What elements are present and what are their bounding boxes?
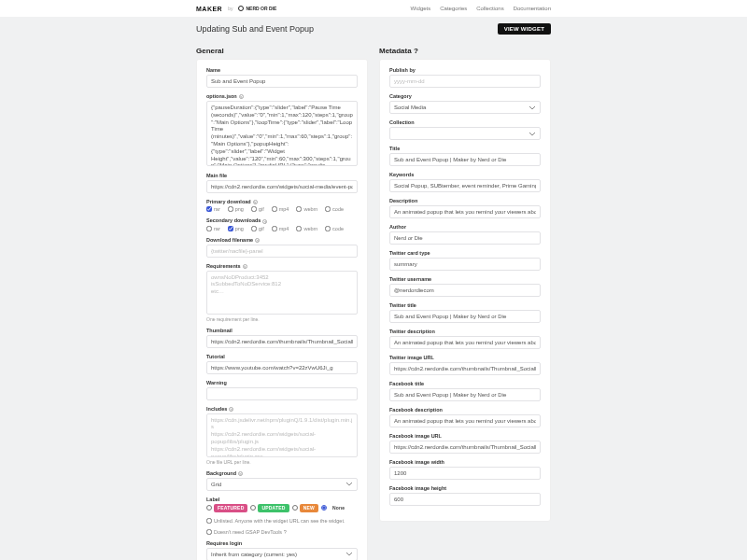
label-featured-radio[interactable] [206,505,212,511]
primary-png[interactable] [228,206,233,212]
secondary-dl-row: rar png gif mp4 webm code [206,226,358,231]
twdesc-label: Twitter description [389,329,541,334]
help-icon[interactable]: ? [284,529,287,535]
keywords-label: Keywords [389,172,541,177]
brand-maker: MAKER [196,6,222,12]
warning-input[interactable] [206,387,358,400]
secondary-gif[interactable] [251,226,257,231]
requirements-textarea[interactable]: ownsNoDProduct:3452 isSubbedToNoDService… [206,271,358,315]
label-updated-radio[interactable] [250,505,256,511]
includes-help: One file URL per line. [206,459,358,465]
fbtitle-label: Facebook title [389,381,541,386]
primary-code[interactable] [325,206,331,212]
nav-collections[interactable]: Collections [476,6,503,11]
primary-gif[interactable] [251,206,257,212]
fbdesc-label: Facebook description [389,407,541,413]
brand[interactable]: MAKER by NERD OR DIE [196,6,276,12]
includes-label: Includes? [206,406,358,412]
options-label: options.json? [206,93,358,99]
category-select[interactable]: Social Media [389,101,541,114]
twimg-input[interactable] [389,362,541,375]
help-icon[interactable]: ? [243,264,247,269]
author-label: Author [389,224,541,230]
brand-by: by [228,6,233,11]
label-chips: FEATURED UPDATED NEW None [206,504,358,512]
nav-documentation[interactable]: Documentation [514,6,551,11]
description-input[interactable] [389,205,541,218]
help-icon[interactable]: ? [262,219,267,224]
twuser-label: Twitter username [389,276,541,282]
help-icon[interactable]: ? [238,471,243,476]
primary-mp4[interactable] [272,206,277,212]
view-widget-button[interactable]: VIEW WIDGET [498,23,551,35]
help-icon[interactable]: ? [255,238,260,243]
name-label: Name [206,67,358,73]
nogsap-label: Doesn't need GSAP DevTools ? [214,529,287,535]
collection-select[interactable] [389,127,541,140]
tutorial-label: Tutorial [206,354,358,359]
filename-input[interactable] [206,245,358,258]
brand-nod: NERD OR DIE [238,6,276,11]
twdesc-input[interactable] [389,336,541,349]
sub-bar: Updating Sub and Event Popup VIEW WIDGET [0,17,747,41]
label-new-radio[interactable] [292,505,298,511]
thumbnail-input[interactable] [206,335,358,348]
help-icon[interactable]: ? [229,407,233,412]
twcard-label: Twitter card type [389,250,541,256]
secondary-code[interactable] [325,226,331,231]
secondary-png[interactable] [228,226,233,231]
primary-rar[interactable] [206,206,212,212]
description-label: Description [389,198,541,203]
title-input[interactable] [389,153,541,166]
fbdesc-input[interactable] [389,414,541,427]
nav-widgets[interactable]: Widgets [411,6,431,11]
reqlogin-label: Requires login [206,540,358,546]
options-textarea[interactable]: {"pauseDuration":{"type":"slider","label… [206,101,358,166]
filename-label: Download filename? [206,237,358,243]
background-select[interactable]: Grid [206,478,358,491]
category-label: Category [389,93,541,99]
mainfile-input[interactable] [206,180,358,193]
keywords-input[interactable] [389,179,541,192]
secondary-webm[interactable] [296,226,302,231]
requirements-help: One requirement per line. [206,316,358,322]
fbimg-label: Facebook image URL [389,433,541,439]
unlisted-label: Unlisted. Anyone with the widget URL can… [214,518,345,524]
nogsap-checkbox[interactable] [206,529,212,535]
primary-dl-row: rar png gif mp4 webm code [206,206,358,212]
fbimg-input[interactable] [389,441,541,454]
fbh-input[interactable] [389,493,541,506]
includes-textarea[interactable]: https://cdn.jsdelivr.net/npm/pluginQ/1.9… [206,413,358,457]
reqlogin-select[interactable]: Inherit from category (current: yes) [206,548,358,560]
warning-label: Warning [206,380,358,385]
twtitle-label: Twitter title [389,302,541,308]
nav-categories[interactable]: Categories [440,6,467,11]
publish-input[interactable] [389,75,541,88]
twimg-label: Twitter image URL [389,355,541,360]
twcard-input[interactable] [389,258,541,271]
label-label: Label [206,497,358,502]
secondary-rar[interactable] [206,226,212,231]
twtitle-input[interactable] [389,310,541,323]
nod-icon [238,6,244,11]
general-column: General Name options.json? {"pauseDurati… [196,41,368,560]
publish-label: Publish by [389,67,541,73]
metadata-column: Metadata ? Publish by Category Social Me… [379,41,551,522]
help-icon[interactable]: ? [414,47,418,55]
background-label: Background? [206,470,358,476]
fbw-input[interactable] [389,467,541,480]
primary-webm[interactable] [296,206,302,212]
general-card: Name options.json? {"pauseDuration":{"ty… [196,59,368,560]
secondary-mp4[interactable] [272,226,277,231]
chip-featured: FEATURED [214,504,247,512]
twuser-input[interactable] [389,284,541,297]
label-none-radio[interactable] [321,505,327,511]
author-input[interactable] [389,231,541,245]
fbtitle-input[interactable] [389,388,541,401]
help-icon[interactable]: ? [239,94,244,99]
unlisted-checkbox[interactable] [206,518,212,524]
thumbnail-label: Thumbnail [206,328,358,333]
help-icon[interactable]: ? [253,200,258,204]
name-input[interactable] [206,75,358,88]
tutorial-input[interactable] [206,361,358,374]
